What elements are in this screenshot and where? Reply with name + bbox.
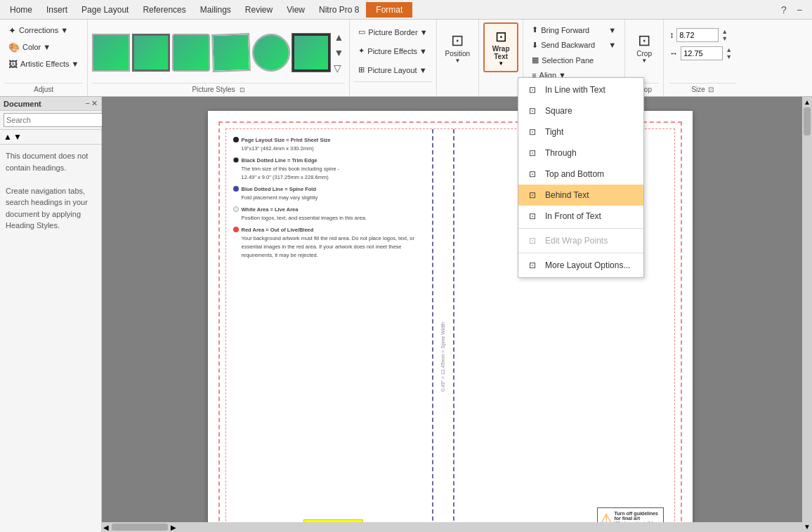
bring-forward-button[interactable]: ⬆ Bring Forward ▼ <box>528 22 620 38</box>
scroll-right[interactable]: ▶ <box>171 524 176 531</box>
height-input[interactable] <box>676 28 719 42</box>
wrap-through-item[interactable]: ⊡ Through <box>518 142 643 164</box>
wrap-text-button[interactable]: ⊡ WrapText ▼ <box>483 22 518 72</box>
size-expand-icon[interactable]: ⊡ <box>708 86 714 93</box>
border-icon: ▭ <box>358 27 365 36</box>
nav-panel-controls: − ✕ <box>86 99 98 108</box>
color-button[interactable]: 🎨 Color ▼ <box>4 39 83 55</box>
nav-arrows-row: ▲ ▼ <box>0 130 101 145</box>
width-row: ↔ ▲ ▼ <box>669 46 735 60</box>
scroll-thumb-v[interactable] <box>804 107 811 135</box>
adjust-buttons-row: ✦ Corrections ▼ 🎨 Color ▼ 🖼 Artistic Eff… <box>4 22 83 83</box>
width-input[interactable] <box>681 46 723 60</box>
picture-layout-button[interactable]: ⊞ Picture Layout ▼ <box>354 62 431 78</box>
menu-nitro[interactable]: Nitro Pro 8 <box>312 2 366 18</box>
doc-area[interactable]: ▲ ▼ ◀ ▶ <box>102 97 812 532</box>
wrap-editpoints-item: ⊡ Edit Wrap Points <box>518 230 643 251</box>
position-label <box>441 84 475 93</box>
ribbon: ✦ Corrections ▼ 🎨 Color ▼ 🖼 Artistic Eff… <box>0 20 812 97</box>
selection-pane-button[interactable]: ▦ Selection Pane <box>528 53 620 68</box>
wrap-infront-item[interactable]: ⊡ In Front of Text <box>518 206 643 227</box>
nav-down-btn[interactable]: ▼ <box>13 132 22 142</box>
window-controls: ? − <box>777 3 809 17</box>
width-up-btn[interactable]: ▲ <box>726 46 732 53</box>
width-icon: ↔ <box>669 48 678 58</box>
picture-options-section: ▭ Picture Border ▼ ✦ Picture Effects ▼ ⊞… <box>350 20 436 96</box>
wrap-tight-item[interactable]: ⊡ Tight <box>518 121 643 142</box>
picture-border-button[interactable]: ▭ Picture Border ▼ <box>354 25 431 40</box>
wrap-behind-item[interactable]: ⊡ Behind Text <box>518 185 643 206</box>
scroll-down-arrow[interactable]: ▼ <box>332 46 345 60</box>
adjust-label: Adjust <box>4 83 83 93</box>
pic-style-1[interactable] <box>92 34 130 72</box>
scroll-thumb-h[interactable] <box>112 524 168 531</box>
height-up-btn[interactable]: ▲ <box>721 28 728 35</box>
info-spinefold: Blue Dotted Line = Spine Fold Fold place… <box>233 185 432 202</box>
menu-page-layout[interactable]: Page Layout <box>74 2 136 18</box>
nav-hint: Create navigation tabs, search headings … <box>6 185 96 232</box>
menu-view[interactable]: View <box>280 2 312 18</box>
nav-panel-header: Document − ✕ <box>0 97 101 111</box>
template-info: Page Layout Size = Print Sheet Size 19"x… <box>233 136 432 263</box>
height-row: ↕ ▲ ▼ <box>669 28 735 42</box>
menu-review[interactable]: Review <box>238 2 280 18</box>
dot-black-2 <box>233 157 239 163</box>
scroll-arrows: ▲ ▼ ▽ <box>332 30 345 75</box>
size-section: ↕ ▲ ▼ ↔ ▲ ▼ Size ⊡ <box>664 20 741 96</box>
nav-up-btn[interactable]: ▲ <box>4 132 12 142</box>
pic-style-6[interactable] <box>292 34 330 72</box>
wrap-inline-item[interactable]: ⊡ In Line with Text <box>518 79 643 100</box>
nav-search-input[interactable] <box>4 113 106 127</box>
picture-effects-button[interactable]: ✦ Picture Effects ▼ <box>354 44 431 59</box>
corrections-button[interactable]: ✦ Corrections ▼ <box>4 22 83 38</box>
picture-styles-expand[interactable]: ⊡ <box>240 86 245 93</box>
menu-mailings[interactable]: Mailings <box>193 2 238 18</box>
dropdown-divider-1 <box>518 228 643 229</box>
picture-options-label <box>354 81 431 92</box>
back-panel: Page Layout Size = Print Sheet Size 19"x… <box>226 129 433 532</box>
scroll-expand-arrow[interactable]: ▽ <box>332 61 345 75</box>
bring-forward-icon: ⬆ <box>532 25 538 34</box>
dropdown-divider-2 <box>518 253 643 253</box>
pic-style-4[interactable] <box>212 33 251 72</box>
menu-insert[interactable]: Insert <box>39 2 74 18</box>
menu-references[interactable]: References <box>136 2 192 18</box>
dot-blue-1 <box>233 186 239 192</box>
nav-collapse-btn[interactable]: − <box>86 99 90 108</box>
menu-home[interactable]: Home <box>3 2 39 18</box>
wrap-infront-icon: ⊡ <box>525 209 539 223</box>
scroll-down[interactable]: ▼ <box>804 523 811 531</box>
send-backward-button[interactable]: ⬇ Send Backward ▼ <box>528 38 620 53</box>
wrap-text-dropdown: ⊡ In Line with Text ⊡ Square ⊡ Tight ⊡ T… <box>518 77 644 278</box>
wrap-moreoptions-item[interactable]: ⊡ More Layout Options... <box>518 255 643 276</box>
help-btn[interactable]: ? <box>777 3 791 17</box>
nav-close-btn[interactable]: ✕ <box>91 99 98 108</box>
info-pagesize: Page Layout Size = Print Sheet Size 19"x… <box>233 136 432 153</box>
wrap-text-icon: ⊡ <box>495 28 507 45</box>
wrap-topbottom-item[interactable]: ⊡ Top and Bottom <box>518 164 643 185</box>
scrollbar-vertical[interactable]: ▲ ▼ <box>802 97 812 532</box>
scrollbar-horizontal[interactable]: ◀ ▶ <box>102 522 802 532</box>
scroll-up-arrow[interactable]: ▲ <box>332 30 345 44</box>
nav-message: This document does not contain headings. <box>6 150 96 173</box>
crop-button[interactable]: ⊡ Crop ▼ <box>631 22 657 73</box>
height-down-btn[interactable]: ▼ <box>721 35 728 42</box>
warning-label: Turn off guidelines for final art <box>615 511 660 521</box>
wrap-editpoints-icon: ⊡ <box>525 234 539 248</box>
menu-format[interactable]: Format <box>366 2 412 18</box>
scroll-left[interactable]: ◀ <box>103 524 109 531</box>
spine-panel: 0.49" = 12.45mm = Spine Width <box>433 129 454 532</box>
scroll-up[interactable]: ▲ <box>804 98 811 106</box>
pic-style-2[interactable] <box>132 34 170 72</box>
wrap-moreoptions-icon: ⊡ <box>525 258 539 272</box>
wrap-behind-icon: ⊡ <box>525 188 539 202</box>
artistic-effects-button[interactable]: 🖼 Artistic Effects ▼ <box>4 56 83 72</box>
pic-style-5[interactable] <box>252 34 290 72</box>
minimize-btn[interactable]: − <box>792 3 806 17</box>
position-icon: ⊡ <box>451 32 464 50</box>
position-button[interactable]: ⊡ Position ▼ <box>441 22 475 73</box>
wrap-square-item[interactable]: ⊡ Square <box>518 100 643 121</box>
width-down-btn[interactable]: ▼ <box>726 53 732 60</box>
pic-style-3[interactable] <box>172 34 210 72</box>
picture-styles-label: Picture Styles ⊡ <box>92 83 345 93</box>
